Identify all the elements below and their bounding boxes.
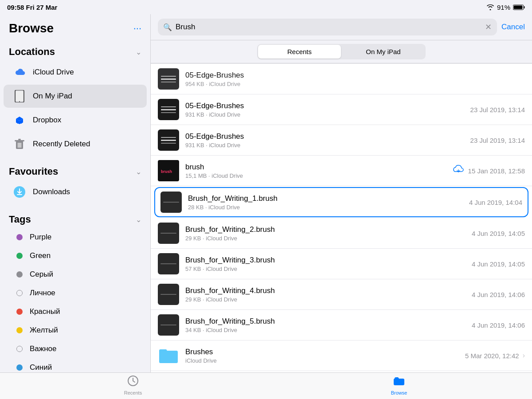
browse-tab-label: Browse bbox=[391, 390, 407, 395]
sidebar-header: Browse ··· bbox=[0, 14, 150, 40]
svg-text:brush: brush bbox=[161, 169, 172, 174]
dropbox-label: Dropbox bbox=[33, 116, 61, 125]
favourites-chevron-icon[interactable]: ⌄ bbox=[136, 168, 141, 176]
favourites-title: Favourites bbox=[9, 166, 58, 177]
sidebar-title: Browse bbox=[9, 21, 54, 35]
battery-icon bbox=[513, 4, 525, 10]
sidebar-item-yellow[interactable]: Желтый bbox=[4, 321, 147, 339]
locations-chevron-icon[interactable]: ⌄ bbox=[136, 48, 141, 56]
yellow-label: Желтый bbox=[30, 326, 58, 335]
sidebar-item-gray[interactable]: Серый bbox=[4, 266, 147, 283]
sidebar-item-recently-deleted[interactable]: Recently Deleted bbox=[4, 133, 147, 156]
svg-rect-11 bbox=[15, 140, 24, 141]
battery-level: 91% bbox=[497, 4, 510, 11]
sidebar-item-blue[interactable]: Синий bbox=[4, 359, 147, 372]
file-meta: 931 KB · iCloud Drive bbox=[185, 142, 470, 149]
file-name: Brush_for_Writing_5.brush bbox=[185, 317, 472, 326]
file-meta: 57 KB · iCloud Drive bbox=[185, 266, 472, 272]
favourites-section-header: Favourites ⌄ bbox=[0, 160, 150, 180]
file-date: 4 Jun 2019, 14:05 bbox=[472, 230, 525, 237]
file-name: Brushes bbox=[185, 348, 465, 356]
sidebar-item-purple[interactable]: Purple bbox=[4, 228, 147, 246]
browse-tab-icon bbox=[393, 375, 405, 389]
svg-point-5 bbox=[19, 101, 20, 102]
file-thumbnail bbox=[158, 68, 179, 90]
segment-recents[interactable]: Recents bbox=[258, 45, 341, 59]
file-thumbnail bbox=[160, 192, 182, 213]
red-tag-dot bbox=[16, 309, 23, 315]
file-thumbnail bbox=[158, 253, 179, 274]
tab-browse[interactable]: Browse bbox=[266, 376, 532, 394]
sidebar: Browse ··· Locations ⌄ iCloud Drive bbox=[0, 14, 151, 372]
file-name: brush bbox=[185, 163, 449, 172]
file-item[interactable]: Brush_for_Writing_5.brush 34 KB · iCloud… bbox=[151, 310, 532, 340]
file-item-folder[interactable]: Brushes iCloud Drive 5 Mar 2020, 12:42 › bbox=[151, 340, 532, 371]
file-item[interactable]: brush brush 15,1 MB · iCloud Drive 15 Ja… bbox=[151, 156, 532, 186]
segment-control: Recents On My iPad bbox=[151, 40, 532, 63]
file-date: 5 Mar 2020, 12:42 bbox=[465, 352, 519, 360]
status-bar: 09:58 Fri 27 Mar 91% bbox=[0, 0, 532, 14]
green-label: Green bbox=[30, 251, 51, 260]
tags-section-header: Tags ⌄ bbox=[0, 207, 150, 228]
cancel-button[interactable]: Cancel bbox=[501, 23, 525, 31]
sidebar-item-important[interactable]: Важное bbox=[4, 340, 147, 358]
file-name: Brush_for_Writing_3.brush bbox=[185, 256, 472, 265]
file-item[interactable]: 05-Edge-Brushes 931 KB · iCloud Drive 23… bbox=[151, 125, 532, 156]
file-meta: 29 KB · iCloud Drive bbox=[185, 235, 472, 242]
dropbox-icon bbox=[12, 113, 27, 127]
file-name: 05-Edge-Brushes bbox=[185, 102, 470, 110]
recents-tab-label: Recents bbox=[124, 390, 142, 395]
search-input[interactable] bbox=[176, 23, 481, 31]
file-date: 4 Jun 2019, 14:06 bbox=[472, 291, 525, 298]
trash-icon bbox=[12, 137, 27, 151]
file-info: 05-Edge-Brushes 931 KB · iCloud Drive bbox=[185, 132, 470, 149]
important-label: Важное bbox=[30, 344, 56, 353]
segment-on-ipad[interactable]: On My iPad bbox=[342, 45, 425, 59]
file-meta: 28 KB · iCloud Drive bbox=[188, 204, 469, 211]
tab-bar: Recents Browse bbox=[0, 372, 532, 399]
sidebar-item-red[interactable]: Красный bbox=[4, 303, 147, 321]
file-item[interactable]: 05-Edge-Brushes 954 KB · iCloud Drive bbox=[151, 63, 532, 94]
status-right: 91% bbox=[486, 4, 525, 11]
svg-rect-4 bbox=[16, 91, 23, 101]
file-item[interactable]: Brush_for_Writing_3.brush 57 KB · iCloud… bbox=[151, 249, 532, 279]
file-thumbnail: brush bbox=[158, 160, 179, 181]
file-item[interactable]: Brush_for_Writing_4.brush 29 KB · iCloud… bbox=[151, 279, 532, 310]
yellow-tag-dot bbox=[16, 327, 23, 333]
main-layout: Browse ··· Locations ⌄ iCloud Drive bbox=[0, 14, 532, 372]
tab-recents[interactable]: Recents bbox=[0, 376, 266, 394]
file-meta: iCloud Drive bbox=[185, 357, 465, 364]
wifi-icon bbox=[486, 4, 494, 10]
sidebar-item-dropbox[interactable]: Dropbox bbox=[4, 109, 147, 132]
sidebar-item-downloads[interactable]: Downloads bbox=[4, 180, 147, 203]
file-thumbnail bbox=[158, 284, 179, 305]
important-tag-dot bbox=[16, 346, 23, 352]
file-list: 05-Edge-Brushes 954 KB · iCloud Drive 05… bbox=[151, 63, 532, 372]
file-item[interactable]: Brush_for_Writing_2.brush 29 KB · iCloud… bbox=[151, 218, 532, 249]
sidebar-item-green[interactable]: Green bbox=[4, 247, 147, 265]
sidebar-more-button[interactable]: ··· bbox=[133, 23, 141, 34]
tags-chevron-icon[interactable]: ⌄ bbox=[136, 215, 141, 224]
recents-tab-icon bbox=[127, 375, 139, 389]
file-name: Brush_for_Writing_2.brush bbox=[185, 225, 472, 234]
file-item[interactable]: 05-Edge-Brushes 931 KB · iCloud Drive 23… bbox=[151, 94, 532, 125]
ipad-icon bbox=[12, 89, 27, 103]
cloud-download-icon[interactable] bbox=[453, 164, 464, 177]
file-meta: 29 KB · iCloud Drive bbox=[185, 296, 472, 303]
file-info: Brush_for_Writing_1.brush 28 KB · iCloud… bbox=[188, 194, 469, 211]
search-wrapper: 🔍 ✕ bbox=[158, 19, 497, 35]
file-thumbnail bbox=[158, 345, 179, 366]
segment-wrapper: Recents On My iPad bbox=[257, 44, 426, 59]
svg-rect-12 bbox=[18, 139, 21, 140]
sidebar-item-ipad[interactable]: On My iPad bbox=[4, 85, 147, 108]
file-info: Brushes iCloud Drive bbox=[185, 348, 465, 364]
file-name: Brush_for_Writing_4.brush bbox=[185, 286, 472, 295]
blue-label: Синий bbox=[30, 363, 52, 372]
ipad-label: On My iPad bbox=[33, 92, 72, 101]
search-clear-button[interactable]: ✕ bbox=[485, 22, 492, 32]
file-item-selected[interactable]: Brush_for_Writing_1.brush 28 KB · iCloud… bbox=[154, 187, 528, 217]
file-info: Brush_for_Writing_4.brush 29 KB · iCloud… bbox=[185, 286, 472, 303]
file-date: 4 Jun 2019, 14:04 bbox=[469, 199, 522, 206]
sidebar-item-icloud[interactable]: iCloud Drive bbox=[4, 61, 147, 84]
sidebar-item-personal[interactable]: Личное bbox=[4, 284, 147, 302]
